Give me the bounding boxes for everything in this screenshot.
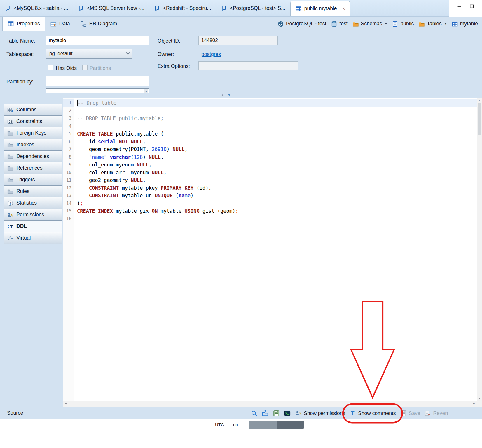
sidebar-item-label: Triggers [16,177,35,183]
tab-data[interactable]: Data [45,17,75,31]
memory-indicator-fill [249,421,277,429]
line-number: 7 [63,145,74,153]
collapse-down-icon[interactable]: ▼ [228,93,231,97]
sidebar-item-ddl[interactable]: TDDL [4,220,62,232]
sidebar-item-references[interactable]: References [4,162,62,174]
code-line[interactable]: CONSTRAINT mytable_un UNIQUE (name) [77,192,477,200]
code-area[interactable]: -- Drop table-- DROP TABLE public.mytabl… [74,98,477,401]
table-name-input[interactable] [46,36,149,45]
partition-by-input[interactable] [46,76,149,86]
horizontal-scrollbar[interactable]: ◄ ► [63,401,477,407]
code-line[interactable]: col_enum_arr _myenum NULL, [77,169,477,177]
close-icon[interactable]: × [343,6,345,11]
tab-properties[interactable]: Properties [2,17,45,31]
code-line[interactable]: CONSTRAINT mytable_pkey PRIMARY KEY (id)… [77,184,477,192]
line-number: 13 [63,192,74,200]
sidebar-item-indexes[interactable]: Indexes [4,139,62,151]
save-button[interactable]: Save [400,410,420,417]
sidebar-item-constraints[interactable]: Constraints [4,115,62,127]
clipped-input-field[interactable]: ▲ [46,88,149,93]
svg-text:T: T [351,410,355,417]
code-line[interactable]: CREATE INDEX mytable_gix ON mytable USIN… [77,207,477,215]
scroll-right-icon[interactable]: ► [473,402,475,405]
window-tab-postgresql-test-s[interactable]: <PostgreSQL - test> S... [216,0,290,16]
vertical-scrollbar[interactable]: ▲ ▼ [477,98,482,401]
list-icon[interactable]: ≡ [307,421,310,427]
window-tab-public-mytable[interactable]: public.mytable× [290,1,350,16]
tablespace-label: Tablespace: [6,51,34,57]
chevron-down-icon[interactable]: ▼ [385,22,387,25]
sidebar-item-rules[interactable]: Rules [4,185,62,197]
search-button[interactable] [251,410,258,417]
tab-er-diagram[interactable]: ER Diagram [75,17,122,31]
scroll-up-icon[interactable]: ▲ [477,99,482,102]
object-id-field: 144802 [198,36,278,45]
code-line[interactable] [77,215,477,223]
line-number: 4 [63,122,74,130]
sidebar-item-label: Virtual [16,235,31,241]
terminal-icon [284,410,291,417]
code-line[interactable]: -- Drop table [77,99,477,107]
code-line[interactable]: ); [77,200,477,208]
sidebar-item-triggers[interactable]: Triggers [4,174,62,186]
table-icon [295,6,302,12]
ddl-editor[interactable]: 12345678910111213141516 -- Drop table-- … [63,98,482,407]
load-from-file-button[interactable] [262,410,269,417]
code-line[interactable]: id serial NOT NULL, [77,138,477,146]
window-tab-redshift-spectru[interactable]: <Redshift - Spectru... [149,0,216,16]
breadcrumb-mytable[interactable]: mytable [452,21,478,27]
code-line[interactable]: -- DROP TABLE public.mytable; [77,115,477,122]
code-line[interactable]: geom geometry(POINT, 26910) NULL, [77,145,477,153]
scroll-down-icon[interactable]: ▼ [477,397,482,400]
minimize-button[interactable] [455,3,464,10]
code-line[interactable] [77,122,477,130]
revert-button[interactable]: Revert [424,410,448,417]
code-line[interactable] [77,107,477,115]
scroll-left-icon[interactable]: ◄ [64,402,67,405]
save-button-label: Save [409,410,420,417]
code-line[interactable]: "name" varchar(128) NULL, [77,153,477,161]
sidebar-item-label: Dependencies [16,153,49,159]
sidebar-item-columns[interactable]: Columns [4,104,62,116]
breadcrumb-label: mytable [460,21,478,27]
status-bar-actions: Show permissionsTShow commentsSaveRevert [251,407,448,419]
panel-splitter[interactable]: ▲ ▼ [221,93,231,97]
breadcrumb-postgresql-test[interactable]: PostgreSQL - test [277,21,326,27]
window-tab-ms-sql-server-new[interactable]: <MS SQL Server New -... [73,0,149,16]
collapse-up-icon[interactable]: ▲ [221,93,224,97]
maximize-button[interactable] [467,3,476,10]
breadcrumb-public[interactable]: public [392,21,414,27]
sidebar-item-virtual[interactable]: Virtual [4,232,62,244]
code-line[interactable]: CREATE TABLE public.mytable ( [77,130,477,138]
breadcrumb-tables[interactable]: Tables▼ [418,21,447,27]
chevron-down-icon[interactable]: ▼ [444,22,447,25]
has-oids-checkbox[interactable] [48,65,53,70]
breadcrumb-schemas[interactable]: Schemas▼ [352,21,387,27]
show-permissions-button[interactable]: Show permissions [295,410,345,417]
show-comments-button[interactable]: TShow comments [349,410,396,417]
folder-icon [7,142,13,148]
window-tab-label: <Redshift - Spectru... [163,5,211,11]
extra-options-field[interactable] [198,61,298,70]
open-console-button[interactable] [284,410,291,417]
partitions-checkbox[interactable] [82,65,88,70]
code-line[interactable]: geo2 geometry NULL, [77,176,477,184]
table-name-label: Table Name: [6,38,35,44]
open-folder-icon [262,410,269,417]
sidebar-item-foreign-keys[interactable]: Foreign Keys [4,127,62,139]
vertical-scroll-thumb[interactable] [478,103,481,135]
code-line[interactable]: col_enum myenum NULL, [77,161,477,169]
sql-connection-icon [5,5,11,11]
mini-scroll-up-icon[interactable]: ▲ [144,89,148,93]
line-number: 11 [63,176,74,184]
memory-indicator-bar[interactable] [249,421,304,429]
sidebar-item-permissions[interactable]: Permissions [4,209,62,221]
window-tab-mysql-8-x-sakila[interactable]: <MySQL 8.x - sakila - ... [0,0,73,16]
sidebar-item-dependencies[interactable]: Dependencies [4,150,62,162]
folder-icon [7,177,13,183]
sidebar-item-statistics[interactable]: iStatistics [4,197,62,209]
owner-link[interactable]: postgres [201,51,221,57]
tablespace-select[interactable]: pg_default [46,49,132,59]
breadcrumb-test[interactable]: test [331,21,347,27]
save-to-file-button[interactable] [273,410,280,417]
